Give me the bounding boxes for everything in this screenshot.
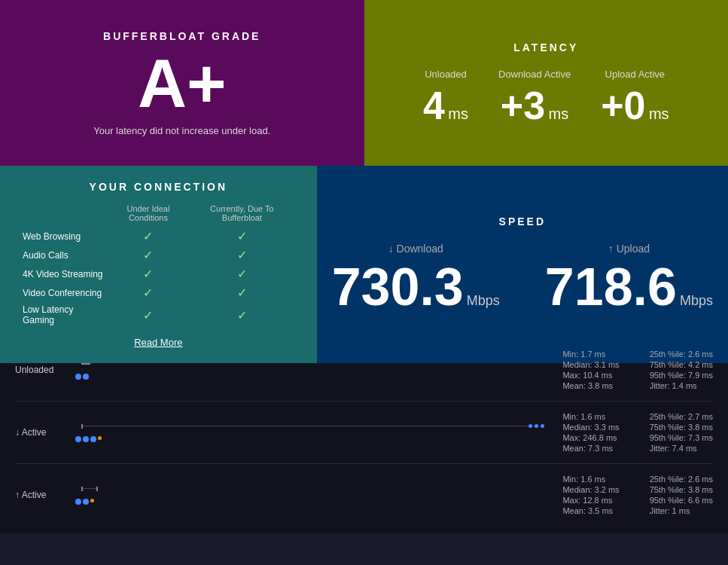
metric-value: 75th %ile: 3.8 ms xyxy=(650,485,713,494)
checkmark-icon: ✓ xyxy=(143,230,153,243)
metric-value: 25th %ile: 2.6 ms xyxy=(650,350,713,359)
metric-value: 95th %ile: 7.3 ms xyxy=(650,433,713,442)
metric-value: Min: 1.7 ms xyxy=(562,350,619,359)
row-current: ✓ xyxy=(190,246,294,264)
metric-value: Jitter: 1 ms xyxy=(650,506,713,515)
latency-download-unit: ms xyxy=(549,105,569,122)
checkmark-icon: ✓ xyxy=(143,286,153,299)
metric-value: Max: 10.4 ms xyxy=(562,371,619,380)
latency-unloaded-value: 4 xyxy=(423,84,445,127)
metric-value: 75th %ile: 3.8 ms xyxy=(650,423,713,432)
connection-title: YOUR CONNECTION xyxy=(90,181,227,193)
row-label: Audio Calls xyxy=(23,246,107,264)
table-row: Audio Calls ✓ ✓ xyxy=(23,246,294,264)
stat-dots xyxy=(75,436,555,442)
metric-value: Max: 246.8 ms xyxy=(562,433,619,442)
table-row: Web Browsing ✓ ✓ xyxy=(23,227,294,246)
stat-metrics: Min: 1.6 msMedian: 3.2 msMax: 12.8 msMea… xyxy=(562,475,713,515)
metric-value: 75th %ile: 4.2 ms xyxy=(650,360,713,369)
metric-value: Min: 1.6 ms xyxy=(562,412,619,421)
row-ideal: ✓ xyxy=(107,264,190,283)
metric-value: Median: 3.2 ms xyxy=(562,485,619,494)
latency-download: Download Active +3 ms xyxy=(498,69,571,125)
stat-dot-orange xyxy=(90,499,94,502)
row-ideal: ✓ xyxy=(107,246,190,264)
stat-metrics-right: 25th %ile: 2.6 ms75th %ile: 4.2 ms95th %… xyxy=(650,350,713,390)
download-direction: ↓ Download xyxy=(388,243,443,255)
stats-section: Unloaded Min: 1.7 msMedian: 3.1 msMax: 1… xyxy=(0,331,728,533)
stat-dot xyxy=(75,499,81,505)
checkmark-icon: ✓ xyxy=(237,267,247,280)
checkmark-icon: ✓ xyxy=(237,309,247,322)
row-label: Web Browsing xyxy=(23,227,107,246)
latency-download-label: Download Active xyxy=(498,69,571,80)
stat-dots xyxy=(75,374,555,380)
connection-panel: YOUR CONNECTION Under Ideal Conditions C… xyxy=(0,166,317,363)
connection-col-ideal: Under Ideal Conditions xyxy=(107,204,190,227)
speed-title: SPEED xyxy=(499,215,546,228)
metric-value: 95th %ile: 7.9 ms xyxy=(650,371,713,380)
checkmark-icon: ✓ xyxy=(143,267,153,280)
row-ideal: ✓ xyxy=(107,283,190,302)
connection-col-current: Currently, Due To Bufferbloat xyxy=(190,204,294,227)
stat-dot xyxy=(83,499,89,505)
bufferbloat-grade: A+ xyxy=(138,50,227,118)
latency-title: LATENCY xyxy=(513,41,578,53)
stat-metrics: Min: 1.6 msMedian: 3.3 msMax: 246.8 msMe… xyxy=(562,412,713,453)
checkmark-icon: ✓ xyxy=(237,230,247,243)
checkmark-icon: ✓ xyxy=(143,249,153,261)
bufferbloat-description: Your latency did not increase under load… xyxy=(93,125,270,136)
connection-table: Under Ideal Conditions Currently, Due To… xyxy=(23,204,294,328)
download-unit: Mbps xyxy=(467,293,500,309)
latency-panel: LATENCY Unloaded 4 ms Download Active +3… xyxy=(364,0,729,166)
upload-unit: Mbps xyxy=(680,293,713,309)
stat-bar xyxy=(75,423,555,442)
read-more-link[interactable]: Read More xyxy=(134,337,182,348)
metric-value: 25th %ile: 2.7 ms xyxy=(650,412,713,421)
bufferbloat-panel: BUFFERBLOAT GRADE A+ Your latency did no… xyxy=(0,0,364,166)
stat-dot xyxy=(83,436,89,442)
stat-row: ↓ Active M xyxy=(15,402,713,464)
metric-value: Max: 12.8 ms xyxy=(562,496,619,505)
metric-value: Mean: 3.8 ms xyxy=(562,381,619,390)
table-row: Video Conferencing ✓ ✓ xyxy=(23,283,294,302)
checkmark-icon: ✓ xyxy=(237,249,247,261)
metric-value: Jitter: 7.4 ms xyxy=(650,444,713,453)
stat-bar xyxy=(75,360,555,380)
row-current: ✓ xyxy=(190,264,294,283)
latency-unloaded-label: Unloaded xyxy=(425,69,467,80)
checkmark-icon: ✓ xyxy=(237,286,247,299)
upload-value: 718.6 xyxy=(545,261,677,313)
metric-value: Min: 1.6 ms xyxy=(562,475,619,484)
latency-unloaded: Unloaded 4 ms xyxy=(423,69,468,125)
metric-value: Mean: 7.3 ms xyxy=(562,444,619,453)
row-label: Video Conferencing xyxy=(23,283,107,302)
stat-label: Unloaded xyxy=(15,365,68,375)
stat-metrics-right: 25th %ile: 2.7 ms75th %ile: 3.8 ms95th %… xyxy=(650,412,713,453)
upload-direction: ↑ Upload xyxy=(608,243,650,255)
stat-label: ↑ Active xyxy=(15,490,68,500)
row-ideal: ✓ xyxy=(107,227,190,246)
stat-metrics-left: Min: 1.6 msMedian: 3.3 msMax: 246.8 msMe… xyxy=(562,412,619,453)
latency-values: Unloaded 4 ms Download Active +3 ms Uplo… xyxy=(379,69,714,125)
speed-download: ↓ Download 730.3 Mbps xyxy=(332,243,500,313)
stat-dot xyxy=(83,374,89,380)
row-label: Low Latency Gaming xyxy=(23,302,107,328)
stat-metrics-left: Min: 1.6 msMedian: 3.2 msMax: 12.8 msMea… xyxy=(562,475,619,515)
download-value: 730.3 xyxy=(332,261,464,313)
speed-upload: ↑ Upload 718.6 Mbps xyxy=(545,243,713,313)
table-row: Low Latency Gaming ✓ ✓ xyxy=(23,302,294,328)
stat-row: ↑ Active Min: 1.6 msMedian: 3.2 msMax: 1… xyxy=(15,464,713,526)
row-current: ✓ xyxy=(190,302,294,328)
stat-bar xyxy=(75,485,555,505)
latency-upload-label: Upload Active xyxy=(605,69,666,80)
latency-upload: Upload Active +0 ms xyxy=(601,69,669,125)
checkmark-icon: ✓ xyxy=(143,309,153,322)
latency-upload-value: +0 xyxy=(601,84,645,127)
stat-dot xyxy=(75,374,81,380)
metric-value: Mean: 3.5 ms xyxy=(562,506,619,515)
metric-value: Jitter: 1.4 ms xyxy=(650,381,713,390)
stat-metrics-left: Min: 1.7 msMedian: 3.1 msMax: 10.4 msMea… xyxy=(562,350,619,390)
metric-value: Median: 3.1 ms xyxy=(562,360,619,369)
stat-dot xyxy=(90,436,96,442)
